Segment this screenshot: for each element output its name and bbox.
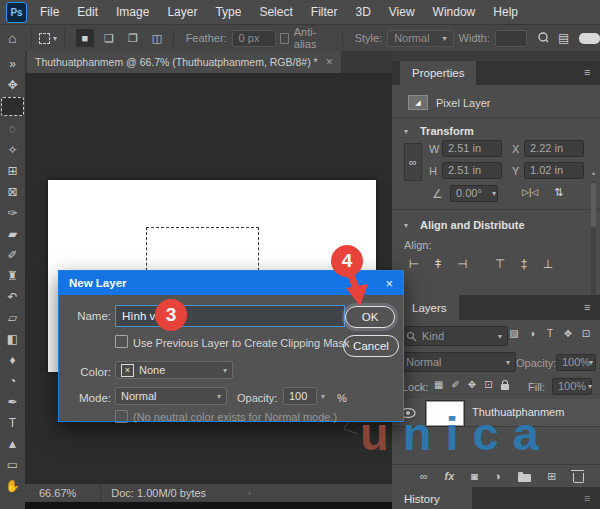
opacity-field[interactable]: 100 bbox=[283, 387, 317, 405]
spot-healing-tool-icon[interactable]: ▰ bbox=[2, 225, 23, 242]
align-left-icon[interactable]: ⊢ bbox=[402, 257, 426, 271]
workspace-icon[interactable]: ▤ bbox=[558, 31, 569, 45]
document-tab[interactable]: Thuthuatphanmem @ 66.7% (Thuthuatphanmem… bbox=[27, 51, 341, 73]
layer-filter-select[interactable]: Kind ▾ bbox=[400, 326, 508, 346]
lock-artboard-icon[interactable]: ⊡ bbox=[484, 379, 492, 390]
align-top-icon[interactable]: ⊤ bbox=[488, 257, 512, 271]
dodge-tool-icon[interactable]: ◔ bbox=[2, 372, 23, 389]
transform-collapse-icon[interactable]: ▾ bbox=[404, 127, 408, 136]
height-field[interactable]: 2.51 in bbox=[442, 162, 502, 179]
dialog-close-icon[interactable]: × bbox=[385, 276, 393, 291]
scroll-up-icon[interactable]: ▴ bbox=[589, 169, 598, 177]
menu-help[interactable]: Help bbox=[484, 0, 527, 24]
opacity-chevron-icon[interactable]: ▾ bbox=[589, 358, 593, 367]
status-chevron-icon[interactable]: › bbox=[248, 489, 251, 498]
group-layers-icon[interactable] bbox=[518, 474, 531, 482]
anti-alias-checkbox[interactable] bbox=[280, 33, 289, 44]
move-tool-icon[interactable]: ✥ bbox=[2, 76, 23, 93]
tab-layers[interactable]: Layers bbox=[400, 295, 459, 320]
menu-file[interactable]: File bbox=[31, 0, 68, 24]
new-selection-icon[interactable]: ■ bbox=[76, 29, 94, 47]
filter-smart-object-icon[interactable]: ⊡ bbox=[578, 328, 594, 339]
tab-properties[interactable]: Properties bbox=[400, 61, 476, 85]
eraser-tool-icon[interactable]: ▱ bbox=[2, 309, 23, 326]
rectangle-tool-icon[interactable]: ▭ bbox=[2, 456, 23, 473]
layer-name-input[interactable]: Hình ve bbox=[115, 305, 345, 327]
flip-horizontal-icon[interactable]: ▷|◁ bbox=[522, 187, 538, 197]
blur-tool-icon[interactable]: ♦ bbox=[2, 351, 23, 368]
align-right-icon[interactable]: ⊣ bbox=[450, 257, 474, 271]
flip-vertical-icon[interactable]: ⇅ bbox=[554, 186, 563, 199]
menu-image[interactable]: Image bbox=[107, 0, 158, 24]
align-bottom-icon[interactable]: ⊥ bbox=[536, 257, 560, 271]
menu-layer[interactable]: Layer bbox=[158, 0, 206, 24]
layers-panel-menu-icon[interactable]: ≡ bbox=[584, 301, 590, 313]
close-tab-icon[interactable]: × bbox=[326, 55, 333, 69]
width-field[interactable]: 2.51 in bbox=[442, 140, 502, 157]
new-layer-icon[interactable]: ⊞ bbox=[547, 470, 556, 483]
filter-type-icon[interactable]: T bbox=[542, 328, 558, 339]
tool-preset-chevron-icon[interactable]: ▾ bbox=[53, 34, 57, 43]
crop-tool-icon[interactable]: ⊞ bbox=[2, 162, 23, 179]
properties-panel-menu-icon[interactable]: ≡ bbox=[584, 66, 590, 78]
collapse-tools-icon[interactable]: » bbox=[2, 55, 23, 72]
fill-field[interactable]: 100% bbox=[552, 378, 592, 395]
menu-select[interactable]: Select bbox=[250, 0, 301, 24]
add-selection-icon[interactable]: ❏ bbox=[100, 29, 118, 47]
layer-name[interactable]: Thuthuatphanmem bbox=[472, 406, 564, 418]
menu-filter[interactable]: Filter bbox=[302, 0, 347, 24]
menu-edit[interactable]: Edit bbox=[68, 0, 107, 24]
lock-position-icon[interactable]: ✥ bbox=[468, 379, 476, 390]
menu-type[interactable]: Type bbox=[206, 0, 250, 24]
rectangular-marquee-tool-icon[interactable] bbox=[1, 97, 24, 116]
subtract-selection-icon[interactable]: ❐ bbox=[124, 29, 142, 47]
menu-3d[interactable]: 3D bbox=[346, 0, 379, 24]
lock-transparency-icon[interactable]: ▦ bbox=[434, 379, 443, 390]
path-selection-tool-icon[interactable]: ▲ bbox=[2, 435, 23, 452]
y-field[interactable]: 1.02 in bbox=[524, 162, 584, 179]
style-select[interactable]: Normal▾ bbox=[387, 30, 453, 47]
opacity-chevron-icon[interactable]: ▾ bbox=[321, 392, 325, 401]
transform-header[interactable]: Transform bbox=[420, 125, 474, 137]
align-v-center-icon[interactable]: ‡ bbox=[512, 257, 536, 271]
gradient-tool-icon[interactable]: ◧ bbox=[2, 330, 23, 347]
eyedropper-tool-icon[interactable]: ✑ bbox=[2, 204, 23, 221]
angle-chevron-icon[interactable]: ▾ bbox=[492, 189, 496, 198]
fill-chevron-icon[interactable]: ▾ bbox=[588, 382, 592, 391]
x-field[interactable]: 2.22 in bbox=[524, 140, 584, 157]
history-panel-menu-icon[interactable]: ≡ bbox=[584, 492, 590, 504]
search-icon[interactable] bbox=[537, 31, 548, 45]
zoom-level-field[interactable]: 66.67% bbox=[39, 487, 76, 499]
select-and-mask-button[interactable] bbox=[579, 33, 600, 44]
layer-row[interactable]: Thuthuatphanmem bbox=[392, 399, 600, 427]
align-h-center-icon[interactable]: ǂ bbox=[426, 257, 450, 271]
home-icon[interactable]: ⌂ bbox=[8, 30, 16, 46]
lock-all-icon[interactable] bbox=[501, 384, 509, 390]
filter-shape-icon[interactable]: ❖ bbox=[560, 328, 576, 339]
quick-selection-tool-icon[interactable]: ✧ bbox=[2, 141, 23, 158]
delete-layer-icon[interactable] bbox=[573, 473, 584, 483]
layer-style-icon[interactable]: fx bbox=[444, 470, 454, 482]
angle-field[interactable]: 0.00° bbox=[450, 185, 498, 202]
filter-toggle-icon[interactable]: ◉ bbox=[596, 328, 600, 339]
cancel-button[interactable]: Cancel bbox=[343, 335, 399, 357]
tool-preset-marquee-icon[interactable] bbox=[39, 33, 50, 44]
pen-tool-icon[interactable]: ✒ bbox=[2, 393, 23, 410]
adjustment-layer-icon[interactable]: ◑ bbox=[494, 470, 501, 482]
filter-image-icon[interactable]: ▨ bbox=[506, 328, 522, 339]
menu-window[interactable]: Window bbox=[424, 0, 485, 24]
frame-tool-icon[interactable]: ⊠ bbox=[2, 183, 23, 200]
feather-field[interactable]: 0 px bbox=[232, 30, 276, 47]
clipping-mask-checkbox[interactable] bbox=[115, 335, 128, 348]
mode-select[interactable]: Normal ▾ bbox=[115, 387, 227, 405]
brush-tool-icon[interactable]: ✐ bbox=[2, 246, 23, 263]
hand-tool-icon[interactable]: ✋ bbox=[2, 477, 23, 494]
width-field[interactable] bbox=[495, 30, 527, 47]
link-dimensions-icon[interactable]: ∞ bbox=[404, 143, 422, 181]
scrollbar-thumb[interactable] bbox=[591, 183, 596, 227]
intersect-selection-icon[interactable]: ◫ bbox=[148, 29, 166, 47]
layer-thumbnail[interactable] bbox=[426, 401, 464, 426]
tab-history[interactable]: History bbox=[392, 487, 472, 509]
align-distribute-header[interactable]: Align and Distribute bbox=[420, 219, 525, 231]
filter-adjustment-icon[interactable]: ◑ bbox=[524, 328, 540, 339]
